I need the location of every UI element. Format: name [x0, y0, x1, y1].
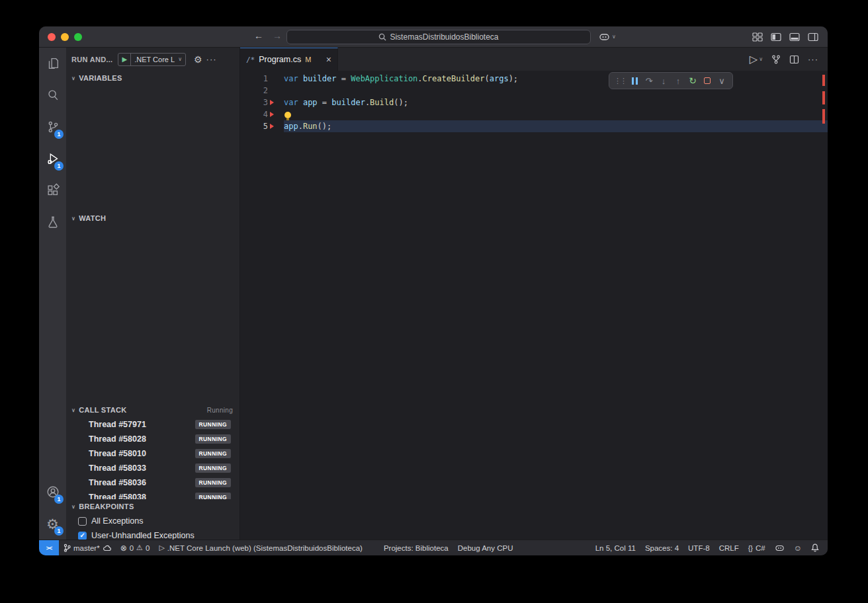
- breakpoint-checkbox[interactable]: [78, 517, 87, 526]
- toggle-secondary-sidebar-icon[interactable]: [808, 32, 818, 42]
- breakpoints-header[interactable]: BREAKPOINTS: [66, 499, 239, 514]
- close-tab-button[interactable]: [326, 54, 331, 65]
- sync-icon: [103, 545, 111, 551]
- gutter[interactable]: 1: [240, 73, 284, 85]
- minimize-window-button[interactable]: [61, 33, 69, 41]
- breakpoint-row[interactable]: User-Unhandled Exceptions: [66, 528, 239, 540]
- feedback-item[interactable]: [789, 540, 806, 555]
- lightbulb-icon[interactable]: [284, 112, 291, 118]
- start-debug-button[interactable]: [118, 54, 131, 65]
- breakpoint-checkbox[interactable]: [78, 532, 87, 540]
- fork-icon[interactable]: [771, 55, 781, 64]
- projects-item[interactable]: Projects: Biblioteca: [379, 540, 453, 555]
- step-into-button[interactable]: [656, 73, 671, 89]
- chevron-down-icon: [71, 407, 75, 413]
- code-text[interactable]: [284, 85, 828, 97]
- code-line[interactable]: 1var builder = WebApplication.CreateBuil…: [240, 73, 828, 85]
- more-actions-button[interactable]: [808, 54, 818, 64]
- debug-toolbar: [609, 72, 733, 89]
- zoom-window-button[interactable]: [74, 33, 82, 41]
- testing-tab[interactable]: [39, 206, 66, 238]
- status-bar: >< master* 0 0 .NET Core Launch (web) (S…: [39, 540, 828, 555]
- thread-row[interactable]: Thread #58033 RUNNING: [66, 461, 239, 475]
- launch-config-select[interactable]: .NET Core L: [131, 56, 178, 63]
- call-stack-header[interactable]: CALL STACK Running: [66, 403, 239, 417]
- step-over-button[interactable]: [642, 73, 656, 89]
- csharp-file-icon: /*: [246, 56, 255, 64]
- configure-launch-button[interactable]: [194, 54, 202, 65]
- source-control-tab[interactable]: 1: [39, 111, 66, 143]
- breakpoint-row[interactable]: All Exceptions: [66, 514, 239, 528]
- toggle-panel-icon[interactable]: [789, 32, 800, 42]
- language-item[interactable]: C#: [744, 540, 770, 555]
- sidebar-more-actions-button[interactable]: [206, 54, 217, 64]
- manage-button[interactable]: 1: [39, 508, 66, 540]
- restart-button[interactable]: [685, 73, 700, 89]
- nav-back-button[interactable]: [252, 30, 265, 41]
- code-text[interactable]: app.Run();: [284, 120, 828, 132]
- accounts-button[interactable]: 1: [39, 476, 66, 508]
- split-editor-icon[interactable]: [789, 55, 799, 64]
- git-branch-item[interactable]: master*: [59, 540, 116, 555]
- code-editor[interactable]: 1var builder = WebApplication.CreateBuil…: [240, 71, 828, 540]
- close-window-button[interactable]: [48, 33, 56, 41]
- line-number: 5: [263, 120, 268, 132]
- breakpoint-label: All Exceptions: [91, 516, 144, 526]
- nav-forward-button[interactable]: [271, 30, 284, 41]
- debug-toolbar-chevron[interactable]: [715, 73, 729, 89]
- toolbar-drag-handle[interactable]: [613, 73, 627, 89]
- gutter[interactable]: 3: [240, 97, 284, 108]
- code-line[interactable]: 2: [240, 85, 828, 97]
- watch-header[interactable]: WATCH: [66, 211, 239, 225]
- code-line[interactable]: 5app.Run();: [240, 120, 828, 132]
- stop-button[interactable]: [700, 73, 715, 89]
- editor-group: /* Program.cs M 1var builder = WebApplic…: [240, 48, 828, 540]
- code-text[interactable]: var builder = WebApplication.CreateBuild…: [284, 73, 828, 85]
- explorer-tab[interactable]: [39, 48, 66, 79]
- extensions-tab[interactable]: [39, 175, 66, 206]
- gutter[interactable]: 4: [240, 108, 284, 120]
- encoding-item[interactable]: UTF-8: [683, 540, 715, 555]
- thread-state-badge: RUNNING: [195, 420, 231, 429]
- customize-layout-icon[interactable]: [752, 32, 763, 42]
- copilot-status-item[interactable]: [770, 540, 789, 555]
- gutter[interactable]: 2: [240, 85, 284, 97]
- call-stack-label: CALL STACK: [79, 406, 126, 414]
- indentation-item[interactable]: Spaces: 4: [640, 540, 683, 555]
- gutter[interactable]: 5: [240, 120, 284, 132]
- thread-row[interactable]: Thread #58036 RUNNING: [66, 475, 239, 490]
- thread-state-badge: RUNNING: [195, 478, 231, 487]
- breakpoint-label: User-Unhandled Exceptions: [91, 531, 195, 540]
- copilot-menu-button[interactable]: [599, 32, 616, 42]
- title-bar[interactable]: SistemasDistribuidosBiblioteca: [39, 26, 828, 48]
- debug-config-item[interactable]: .NET Core Launch (web) (SistemasDistribu…: [154, 540, 367, 555]
- step-out-button[interactable]: [671, 73, 685, 89]
- code-line[interactable]: 4: [240, 108, 828, 120]
- run-button[interactable]: [750, 53, 763, 65]
- tab-program-cs[interactable]: /* Program.cs M: [240, 48, 338, 71]
- line-number: 4: [263, 108, 268, 120]
- thread-row[interactable]: Thread #58010 RUNNING: [66, 446, 239, 461]
- thread-row[interactable]: Thread #58028 RUNNING: [66, 432, 239, 446]
- cursor-position-item[interactable]: Ln 5, Col 11: [591, 540, 640, 555]
- remote-indicator[interactable]: ><: [39, 540, 59, 555]
- command-center-search[interactable]: SistemasDistribuidosBiblioteca: [286, 30, 591, 44]
- notifications-item[interactable]: [806, 540, 824, 555]
- code-line[interactable]: 3var app = builder.Build();: [240, 97, 828, 108]
- code-text[interactable]: [284, 108, 828, 120]
- search-tab[interactable]: [39, 79, 66, 111]
- run-debug-tab[interactable]: 1: [39, 143, 66, 175]
- toggle-sidebar-icon[interactable]: [771, 32, 781, 42]
- eol-item[interactable]: CRLF: [715, 540, 744, 555]
- thread-row[interactable]: Thread #58038 RUNNING: [66, 490, 239, 499]
- variables-header[interactable]: VARIABLES: [66, 71, 239, 85]
- pause-button[interactable]: [627, 73, 642, 89]
- cursor-position: Ln 5, Col 11: [595, 544, 636, 552]
- thread-row[interactable]: Thread #57971 RUNNING: [66, 417, 239, 432]
- problems-item[interactable]: 0 0: [116, 540, 155, 555]
- build-config-item[interactable]: Debug Any CPU: [453, 540, 518, 555]
- warning-count: 0: [146, 544, 150, 552]
- run-debug-sidebar: RUN AND... .NET Core L VARIABLES: [66, 48, 240, 540]
- code-text[interactable]: var app = builder.Build();: [284, 97, 828, 108]
- variables-section: VARIABLES: [66, 71, 239, 211]
